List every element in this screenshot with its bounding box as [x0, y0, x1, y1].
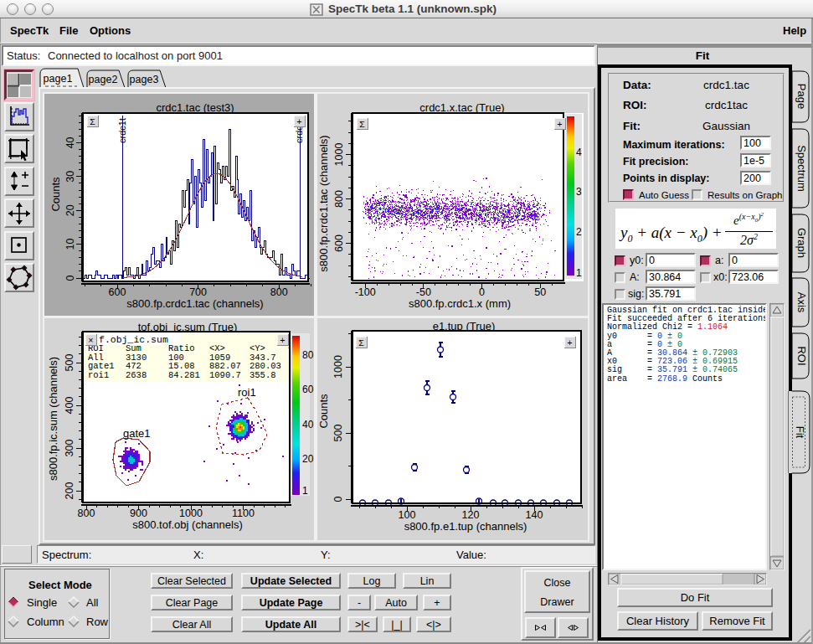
svg-text:ROI: ROI [795, 346, 808, 365]
svg-text:Spectrum: Spectrum [795, 145, 808, 192]
svg-text:Graph: Graph [795, 228, 808, 258]
svg-text:Axis: Axis [795, 292, 808, 313]
svg-text:Page: Page [795, 84, 808, 109]
svg-text:Fit: Fit [794, 426, 806, 439]
